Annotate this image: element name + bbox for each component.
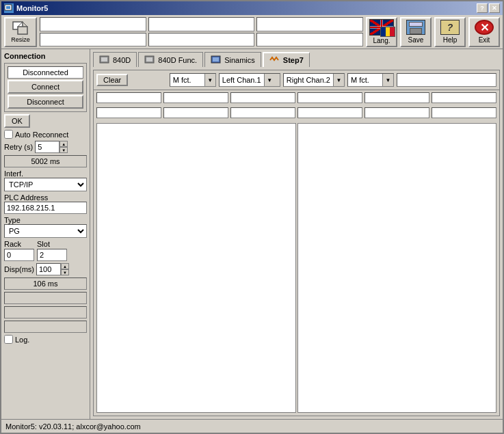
tab-840d-func[interactable]: 840D Func. bbox=[138, 52, 203, 67]
connection-status: Disconnected bbox=[8, 66, 83, 79]
main-area: Connection Disconnected Connect Disconne… bbox=[1, 49, 503, 419]
left-mfct-arrow[interactable]: ▼ bbox=[204, 74, 215, 86]
resize-label: Resize bbox=[11, 36, 30, 43]
close-title-button[interactable]: ✕ bbox=[489, 3, 500, 13]
retry-ms-display: 5002 ms bbox=[4, 155, 87, 167]
empty-field-10 bbox=[297, 107, 362, 118]
title-bar-left: Monitor5 bbox=[4, 3, 48, 13]
empty-field-6 bbox=[432, 92, 496, 103]
retry-input[interactable]: 5 bbox=[35, 141, 59, 153]
disp-ms-input[interactable] bbox=[36, 263, 61, 275]
retry-down-arrow[interactable]: ▼ bbox=[59, 147, 68, 153]
empty-field-2 bbox=[163, 92, 228, 103]
resize-button[interactable]: Resize bbox=[4, 17, 37, 47]
retry-arrows: ▲ ▼ bbox=[59, 141, 68, 153]
right-mfct-dropdown[interactable]: M fct. ▼ bbox=[347, 73, 394, 87]
help-button[interactable]: ? Help bbox=[434, 17, 466, 47]
plc-address-input[interactable] bbox=[4, 202, 87, 214]
tab-840d[interactable]: 840D bbox=[93, 52, 137, 67]
disp-ms-display: 106 ms bbox=[4, 277, 87, 290]
log-row: Log. bbox=[4, 335, 87, 344]
toolbar-field-2[interactable] bbox=[148, 17, 255, 31]
empty-fields-row-1 bbox=[94, 90, 499, 105]
disp-row: Disp(ms) ▲ ▼ bbox=[4, 263, 87, 275]
tab-step7[interactable]: Step7 bbox=[263, 52, 310, 67]
left-channel-dropdown[interactable]: Left Chan.1 ▼ bbox=[219, 73, 280, 87]
left-channel-text: Left Chan.1 bbox=[220, 74, 264, 86]
plc-address-section: PLC Address bbox=[4, 193, 87, 214]
ok-button[interactable]: OK bbox=[4, 114, 30, 128]
status-bar: Monitor5: v20.03.11; alxcor@yahoo.com bbox=[1, 419, 503, 433]
content-right-input[interactable] bbox=[397, 73, 496, 87]
type-select[interactable]: PG OP Others bbox=[4, 224, 87, 238]
left-channel-arrow[interactable]: ▼ bbox=[264, 74, 275, 86]
slot-col: Slot bbox=[37, 240, 67, 261]
left-panel: Connection Disconnected Connect Disconne… bbox=[1, 49, 90, 419]
disp-up-arrow[interactable]: ▲ bbox=[61, 263, 69, 269]
toolbar-field-3[interactable] bbox=[256, 17, 363, 31]
window-title: Monitor5 bbox=[16, 4, 48, 12]
svg-rect-3 bbox=[18, 27, 27, 34]
connect-button[interactable]: Connect bbox=[8, 80, 83, 94]
interf-select[interactable]: TCP/IP MPI Profibus bbox=[4, 178, 87, 191]
rack-label: Rack bbox=[4, 240, 34, 248]
retry-up-arrow[interactable]: ▲ bbox=[59, 141, 68, 147]
save-button[interactable]: Save bbox=[400, 17, 432, 47]
svg-rect-9 bbox=[146, 57, 152, 62]
toolbar-field-6[interactable] bbox=[256, 33, 363, 47]
empty-fields-row-2 bbox=[94, 105, 499, 120]
disp-down-arrow[interactable]: ▼ bbox=[61, 269, 69, 275]
main-window: Monitor5 ? ✕ Resize bbox=[0, 0, 504, 434]
disconnect-button[interactable]: Disconnect bbox=[8, 95, 83, 109]
title-bar-buttons: ? ✕ bbox=[477, 3, 500, 13]
save-label: Save bbox=[408, 36, 424, 44]
toolbar-field-1[interactable] bbox=[40, 17, 146, 31]
lang-label: Lang. bbox=[373, 37, 390, 44]
right-channel-arrow[interactable]: ▼ bbox=[333, 74, 344, 86]
clear-button[interactable]: Clear bbox=[96, 74, 128, 86]
title-bar: Monitor5 ? ✕ bbox=[1, 1, 503, 15]
retry-label: Retry (s) bbox=[4, 143, 33, 151]
exit-button[interactable]: ✕ Exit bbox=[468, 17, 500, 47]
ok-row: OK bbox=[4, 114, 87, 128]
left-mfct-dropdown[interactable]: M fct. ▼ bbox=[170, 73, 216, 87]
tab-step7-label: Step7 bbox=[283, 56, 304, 64]
right-chart-panel bbox=[297, 123, 497, 413]
toolbar-buttons: Lang. Save ? Help ✕ Exit bbox=[366, 17, 500, 46]
empty-field-12 bbox=[432, 107, 496, 118]
type-label: Type bbox=[4, 216, 87, 224]
disp-ms-label: Disp(ms) bbox=[4, 265, 34, 273]
log-checkbox[interactable] bbox=[4, 335, 13, 344]
retry-row: Retry (s) 5 ▲ ▼ bbox=[4, 141, 87, 153]
help-icon: ? bbox=[440, 20, 460, 35]
toolbar-field-4[interactable] bbox=[40, 33, 146, 47]
disp-arrows: ▲ ▼ bbox=[61, 263, 69, 275]
app-icon bbox=[4, 3, 14, 13]
auto-reconnect-checkbox[interactable] bbox=[4, 130, 13, 139]
flag-icon bbox=[369, 19, 394, 36]
tab-840d-label: 840D bbox=[113, 56, 131, 64]
retry-spinner: 5 ▲ ▼ bbox=[35, 141, 68, 153]
left-mfct-text: M fct. bbox=[170, 74, 204, 86]
right-mfct-arrow[interactable]: ▼ bbox=[382, 74, 393, 86]
help-title-button[interactable]: ? bbox=[477, 3, 488, 13]
rack-slot-row: Rack Slot bbox=[4, 240, 87, 261]
840d-func-tab-icon bbox=[144, 55, 155, 65]
tab-sinamics[interactable]: Sinamics bbox=[204, 52, 261, 67]
rack-input[interactable] bbox=[4, 249, 34, 261]
exit-icon: ✕ bbox=[475, 20, 494, 35]
empty-field-1 bbox=[96, 92, 161, 103]
right-channel-dropdown[interactable]: Right Chan.2 ▼ bbox=[283, 73, 345, 87]
interf-label: Interf. bbox=[4, 169, 87, 178]
empty-field-7 bbox=[96, 107, 161, 118]
toolbar-field-5[interactable] bbox=[148, 33, 255, 47]
right-panel: 840D 840D Func. Sinamics bbox=[90, 49, 503, 419]
auto-reconnect-label: Auto Reconnect bbox=[15, 131, 68, 139]
svg-rect-7 bbox=[101, 57, 107, 62]
slot-input[interactable] bbox=[37, 249, 67, 261]
lang-button[interactable]: Lang. bbox=[366, 17, 397, 47]
charts-area bbox=[94, 120, 499, 416]
svg-rect-11 bbox=[213, 57, 219, 62]
empty-button-1 bbox=[4, 292, 87, 304]
tabs-bar: 840D 840D Func. Sinamics bbox=[93, 52, 500, 67]
